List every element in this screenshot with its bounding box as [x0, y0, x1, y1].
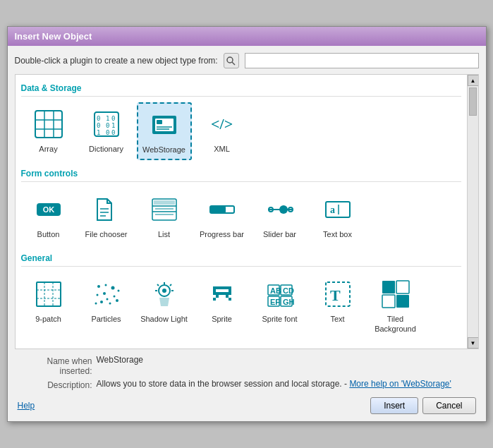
svg-text:0: 0	[111, 129, 115, 136]
svg-rect-67	[213, 289, 216, 292]
svg-point-56	[116, 299, 118, 302]
search-input[interactable]	[245, 53, 479, 68]
plugin-item-text[interactable]: T Text	[310, 272, 365, 339]
shadow-light-label: Shadow Light	[140, 314, 188, 324]
text-box-icon: a	[321, 193, 355, 226]
scroll-thumb[interactable]	[469, 87, 477, 116]
xml-icon: </>	[205, 107, 239, 141]
name-row: Name when inserted: WebStorage	[15, 355, 479, 376]
particles-icon	[90, 277, 123, 311]
dialog-title: Insert New Object	[15, 31, 92, 42]
svg-text:AB: AB	[270, 286, 281, 295]
text-icon: T	[321, 277, 355, 311]
text-label: Text	[330, 314, 344, 324]
plugin-item-list[interactable]: List	[137, 188, 192, 244]
svg-rect-73	[216, 295, 219, 298]
svg-text:EF: EF	[270, 298, 280, 306]
search-button[interactable]	[224, 53, 239, 68]
file-chooser-icon	[90, 193, 123, 226]
webstorage-label: WebStorage	[142, 145, 185, 155]
svg-point-58	[95, 302, 97, 304]
svg-rect-70	[213, 286, 216, 289]
plugin-item-dictionary[interactable]: 0 1 0 0 1 0 0 1 0 Dictionary	[79, 102, 134, 160]
9patch-label: 9-patch	[35, 314, 61, 324]
svg-point-61	[162, 289, 166, 293]
svg-point-54	[100, 301, 103, 303]
plugin-item-sprite[interactable]: Sprite	[195, 272, 250, 339]
sprite-font-icon: AB CD EF GH	[263, 277, 297, 311]
svg-rect-76	[229, 298, 231, 301]
description-text: Allows you to store data in the browser …	[97, 379, 342, 389]
svg-rect-75	[213, 298, 216, 301]
svg-text:GH: GH	[283, 298, 295, 306]
svg-text:a: a	[330, 205, 335, 215]
svg-rect-35	[210, 206, 226, 213]
svg-rect-69	[216, 286, 229, 289]
dictionary-label: Dictionary	[89, 144, 123, 154]
search-icon	[226, 56, 236, 66]
svg-rect-74	[226, 295, 229, 298]
scroll-down-button[interactable]: ▼	[468, 337, 479, 349]
name-when-inserted-value: WebStorage	[97, 355, 144, 365]
svg-rect-2	[35, 111, 62, 138]
svg-line-65	[157, 284, 159, 286]
plugin-item-webstorage[interactable]: WebStorage	[137, 102, 192, 160]
text-box-label: Text box	[323, 229, 352, 239]
svg-point-50	[111, 286, 114, 289]
plugin-item-particles[interactable]: Particles	[79, 272, 134, 339]
insert-button[interactable]: Insert	[370, 397, 418, 414]
svg-text:1: 1	[106, 115, 109, 122]
svg-rect-68	[229, 289, 231, 292]
slider-bar-label: Slider bar	[263, 229, 296, 239]
sprite-font-label: Sprite font	[262, 314, 297, 324]
svg-rect-72	[213, 292, 231, 295]
plugin-item-text-box[interactable]: a Text box	[310, 188, 365, 244]
particles-label: Particles	[91, 314, 121, 324]
help-link[interactable]: Help	[18, 401, 35, 411]
description-value: Allows you to store data in the browser …	[97, 379, 451, 389]
description-row: Description: Allows you to store data in…	[15, 379, 479, 390]
plugin-item-array[interactable]: Array	[21, 102, 76, 160]
plugin-item-tilemap[interactable]: + Tilemap	[21, 341, 76, 349]
plugin-item-shadow-light[interactable]: Shadow Light	[137, 272, 192, 339]
description-label: Description:	[15, 379, 92, 390]
plugin-item-9patch[interactable]: 9-patch	[21, 272, 76, 339]
scroll-up-button[interactable]: ▲	[468, 75, 479, 86]
bottom-row: Help Insert Cancel	[15, 397, 479, 414]
cancel-button[interactable]: Cancel	[422, 397, 475, 414]
plugin-item-button[interactable]: OK Button	[21, 188, 76, 244]
button-icon: OK	[32, 193, 66, 226]
svg-point-52	[103, 292, 106, 295]
svg-text:0: 0	[106, 129, 109, 136]
section-header-form-controls: Form controls	[21, 169, 461, 182]
svg-text:1: 1	[111, 122, 115, 129]
scroll-space	[468, 117, 478, 337]
svg-text:0: 0	[97, 122, 100, 129]
svg-rect-71	[229, 286, 231, 289]
svg-point-55	[109, 302, 111, 304]
tilemap-icon: +	[32, 346, 66, 349]
more-help-link[interactable]: More help on 'WebStorage'	[349, 379, 451, 389]
instruction-label: Double-click a plugin to create a new ob…	[15, 56, 218, 66]
svg-point-48	[97, 285, 100, 288]
tiled-background-icon	[379, 277, 413, 311]
plugin-item-tiled-background[interactable]: Tiled Background	[368, 272, 423, 339]
plugin-item-slider-bar[interactable]: Slider bar	[252, 188, 308, 244]
svg-text:0: 0	[111, 115, 115, 122]
svg-point-53	[113, 295, 115, 297]
plugin-scroll[interactable]: Data & Storage A	[16, 75, 467, 349]
svg-text:T: T	[330, 286, 341, 304]
svg-rect-90	[396, 295, 409, 308]
svg-rect-43	[37, 282, 61, 306]
plugin-item-progress-bar[interactable]: Progress bar	[195, 188, 250, 244]
insert-new-object-dialog: Insert New Object Double-click a plugin …	[7, 26, 487, 422]
webstorage-icon	[147, 108, 181, 142]
plugin-item-xml[interactable]: </> XML	[195, 102, 250, 160]
plugin-item-file-chooser[interactable]: File chooser	[79, 188, 134, 244]
info-section: Name when inserted: WebStorage Descripti…	[15, 355, 479, 390]
scrollbar[interactable]: ▲ ▼	[467, 75, 478, 349]
array-icon	[32, 107, 66, 141]
name-when-inserted-label: Name when inserted:	[15, 355, 92, 376]
svg-point-57	[106, 298, 108, 300]
plugin-item-sprite-font[interactable]: AB CD EF GH Sprite font	[252, 272, 308, 339]
